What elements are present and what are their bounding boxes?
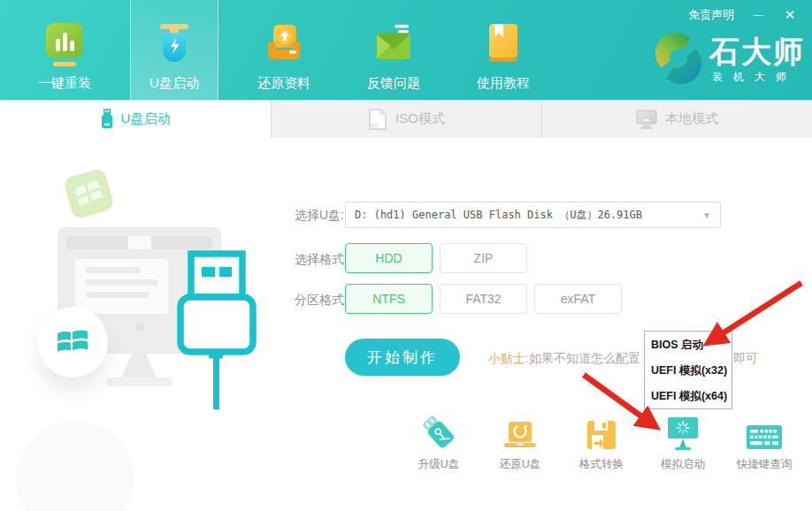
tool-simulate-boot[interactable]: 模拟启动 [642, 414, 724, 472]
tab-label: 本地模式 [665, 111, 718, 127]
tool-label: 格式转换 [579, 457, 624, 472]
close-button[interactable]: ✕ [782, 7, 798, 23]
chevron-down-icon: ▼ [702, 210, 711, 220]
tip-text: 小贴士:如果不知道怎么配置 [488, 351, 640, 367]
bar-chart-icon [43, 21, 86, 67]
restore-usb-icon [502, 414, 538, 451]
monitor-base [106, 378, 172, 386]
hotkey-query-icon [745, 414, 784, 451]
header-bar: 一键重装 U盘启动 [0, 0, 812, 100]
footer-tools: 升级U盘 还原U盘 [398, 414, 805, 472]
usb-stick-icon [101, 109, 113, 129]
tool-restore-usb[interactable]: 还原U盘 [479, 414, 561, 472]
tool-label: 还原U盘 [500, 457, 541, 472]
boot-mode-menu: BIOS 启动 UEFI 模拟(x32) UEFI 模拟(x64) [644, 331, 732, 409]
format-option-hdd[interactable]: HDD [345, 243, 433, 273]
tutorial-book-icon [482, 21, 525, 67]
mode-tabs: U盘启动 ISO ISO模式 [0, 100, 812, 138]
feedback-mail-icon [372, 21, 415, 67]
brand-logo-icon [653, 32, 704, 88]
tool-hotkey-query[interactable]: 快捷键查询 [724, 414, 805, 472]
windows-logo-circle [37, 307, 108, 378]
minimize-button[interactable]: ─ [750, 7, 766, 23]
partition-label: 分区格式: [295, 293, 348, 309]
iso-file-icon: ISO [368, 109, 387, 130]
nav-item-reinstall[interactable]: 一键重装 [20, 0, 109, 100]
format-label: 选择格式: [295, 252, 348, 268]
nav-item-feedback[interactable]: 反馈问题 [349, 0, 438, 100]
tip-body: 如果不知道怎么配置 [529, 351, 640, 365]
simulate-boot-icon [665, 414, 701, 451]
brand-tagline: 装机大师 [712, 70, 805, 85]
tool-label: 模拟启动 [661, 457, 705, 472]
usb-boot-icon [153, 21, 195, 67]
nav-label: 一键重装 [38, 75, 91, 92]
menu-item-uefi-x64[interactable]: UEFI 模拟(x64) [645, 384, 732, 409]
upgrade-usb-icon [420, 414, 457, 451]
format-convert-icon [586, 414, 617, 451]
usb-drive-select[interactable]: D: (hd1) General USB Flash Disk （U盘）26.9… [345, 202, 721, 228]
tool-label: 快捷键查询 [737, 457, 793, 472]
tab-local-mode[interactable]: 本地模式 [541, 100, 812, 138]
menu-item-bios[interactable]: BIOS 启动 [645, 332, 732, 358]
app-window: 一键重装 U盘启动 [0, 0, 812, 511]
tool-format-convert[interactable]: 格式转换 [561, 414, 642, 472]
tool-upgrade-usb[interactable]: 升级U盘 [398, 414, 479, 472]
local-monitor-icon [636, 110, 657, 129]
tip-suffix: 即可 [733, 351, 758, 367]
monitor-chin-dot [135, 323, 144, 332]
disclaimer-link[interactable]: 免责声明 [688, 7, 734, 23]
nav-item-tutorial[interactable]: 使用教程 [459, 0, 548, 100]
tool-label: 升级U盘 [418, 457, 460, 472]
monitor-topbar [66, 236, 212, 249]
brand-text: 石大师 装机大师 [709, 35, 805, 85]
nav-label: U盘启动 [149, 75, 199, 92]
nav-item-restore-data[interactable]: 还原资料 [240, 0, 328, 100]
partition-option-exfat[interactable]: exFAT [534, 284, 622, 314]
nav-label: 使用教程 [477, 75, 530, 92]
nav-label: 反馈问题 [367, 75, 420, 92]
tab-iso-mode[interactable]: ISO ISO模式 [271, 100, 541, 138]
start-make-button[interactable]: 开始制作 [345, 339, 460, 376]
nav-item-usb-boot[interactable]: U盘启动 [130, 0, 218, 100]
monitor-stand [121, 354, 157, 378]
tab-usb-boot[interactable]: U盘启动 [0, 100, 271, 138]
windows-flag-icon [55, 327, 90, 357]
brand-logo: 石大师 装机大师 [653, 32, 805, 88]
usb-drive-value: D: (hd1) General USB Flash Disk （U盘）26.9… [355, 208, 702, 223]
restore-data-icon [263, 21, 305, 67]
iso-badge-text: ISO [369, 123, 378, 128]
usb-plug-illustration [173, 250, 258, 415]
main-panel: 选择U盘: D: (hd1) General USB Flash Disk （U… [0, 138, 812, 511]
partition-option-ntfs[interactable]: NTFS [345, 284, 433, 314]
windows-tile-icon [62, 166, 118, 225]
tip-prefix: 小贴士: [488, 351, 529, 365]
partition-option-fat32[interactable]: FAT32 [440, 284, 527, 314]
monitor-card [75, 259, 168, 314]
titlebar-controls: 免责声明 ─ ✕ [688, 0, 812, 30]
illustration-halo [16, 421, 134, 511]
monitor-notch [128, 236, 151, 249]
usb-select-label: 选择U盘: [295, 208, 344, 224]
menu-item-uefi-x32[interactable]: UEFI 模拟(x32) [645, 358, 732, 384]
nav-label: 还原资料 [257, 75, 310, 92]
main-nav: 一键重装 U盘启动 [20, 0, 548, 100]
tab-label: U盘启动 [121, 111, 171, 127]
format-option-zip[interactable]: ZIP [440, 243, 527, 273]
tab-label: ISO模式 [395, 111, 445, 127]
brand-name: 石大师 [709, 35, 805, 67]
